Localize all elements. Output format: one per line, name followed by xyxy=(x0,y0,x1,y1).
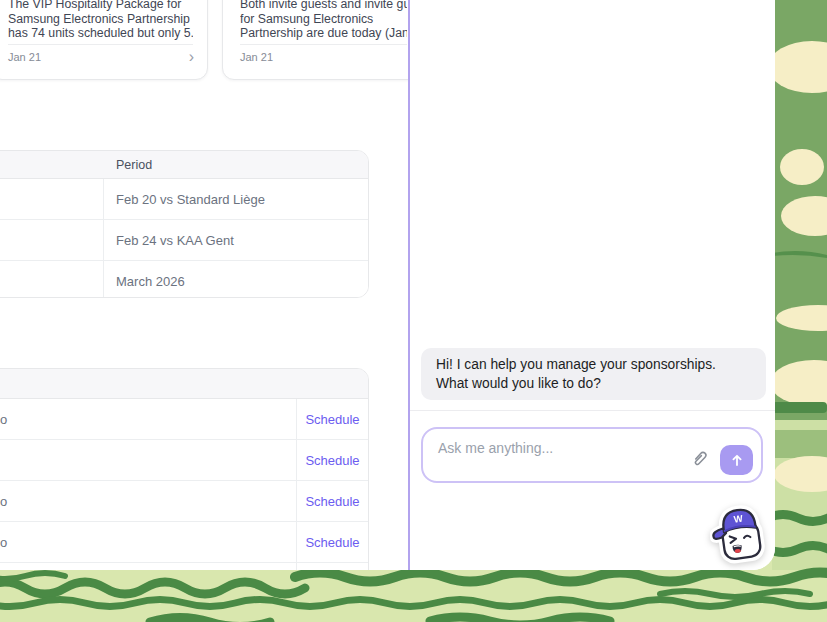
schedule-table-header xyxy=(0,369,368,399)
app-window: The VIP Hospitality Package for Samsung … xyxy=(0,0,775,570)
period-table-header: Period xyxy=(0,151,368,179)
period-cell: Feb 24 vs KAA Gent xyxy=(104,220,368,260)
period-table: Period Feb 20 vs Standard Liège Feb 24 v… xyxy=(0,150,369,298)
paperclip-icon[interactable] xyxy=(690,449,709,468)
mascot-cap-letter: W xyxy=(733,512,743,524)
row-text-fragment: o xyxy=(0,522,297,562)
chat-input[interactable]: Ask me anything... xyxy=(421,427,763,483)
row-text-fragment: o xyxy=(0,399,297,439)
chat-panel-divider xyxy=(410,410,775,411)
alert-line: The VIP Hospitality Package for xyxy=(8,0,193,12)
period-cell: Feb 20 vs Standard Liège xyxy=(104,179,368,219)
table-row[interactable] xyxy=(0,563,368,570)
assistant-mascot[interactable]: W xyxy=(710,500,770,568)
alert-line: Both invite guests and invite gue xyxy=(240,0,407,12)
table-row[interactable]: Feb 20 vs Standard Liège xyxy=(0,179,368,220)
chat-input-placeholder: Ask me anything... xyxy=(438,440,553,456)
up-arrow-icon xyxy=(730,453,744,467)
alert-card-text: Both invite guests and invite gue for Sa… xyxy=(223,0,421,41)
row-text-fragment: o xyxy=(0,481,297,521)
send-button[interactable] xyxy=(720,445,753,475)
table-row[interactable]: o Schedule xyxy=(0,399,368,440)
period-column-header: Period xyxy=(104,158,368,172)
table-row[interactable]: Feb 24 vs KAA Gent xyxy=(0,220,368,261)
schedule-link[interactable]: Schedule xyxy=(305,453,359,468)
alert-card-vip-hospitality[interactable]: The VIP Hospitality Package for Samsung … xyxy=(0,0,208,80)
row-text-fragment xyxy=(0,440,297,480)
schedule-link[interactable]: Schedule xyxy=(305,412,359,427)
table-row[interactable]: o Schedule xyxy=(0,481,368,522)
table-row[interactable]: Schedule xyxy=(0,440,368,481)
period-cell: March 2026 xyxy=(104,261,368,298)
card-divider xyxy=(8,44,193,45)
table-row[interactable]: o Schedule xyxy=(0,522,368,563)
alert-date: Jan 21 xyxy=(240,51,273,63)
table-row[interactable]: March 2026 xyxy=(0,261,368,298)
row-text-fragment xyxy=(0,563,297,570)
schedule-link[interactable]: Schedule xyxy=(305,535,359,550)
alert-date: Jan 21 xyxy=(8,51,41,63)
alert-line: Partnership are due today (Jan 2 xyxy=(240,26,407,41)
assistant-chat-panel xyxy=(408,0,775,570)
alert-card-invites-due[interactable]: Both invite guests and invite gue for Sa… xyxy=(222,0,422,80)
assistant-message-bubble: Hi! I can help you manage your sponsorsh… xyxy=(421,348,766,400)
schedule-link[interactable]: Schedule xyxy=(305,494,359,509)
alert-line: Samsung Electronics Partnership xyxy=(8,12,193,27)
chevron-right-icon[interactable]: › xyxy=(189,49,194,65)
alert-line: has 74 units scheduled but only 5... xyxy=(8,26,193,41)
assistant-message-text: Hi! I can help you manage your sponsorsh… xyxy=(436,357,716,391)
alert-line: for Samsung Electronics xyxy=(240,12,407,27)
card-divider xyxy=(240,44,407,45)
alert-card-text: The VIP Hospitality Package for Samsung … xyxy=(0,0,207,41)
schedule-table: o Schedule Schedule o Schedule o Schedul… xyxy=(0,368,369,570)
